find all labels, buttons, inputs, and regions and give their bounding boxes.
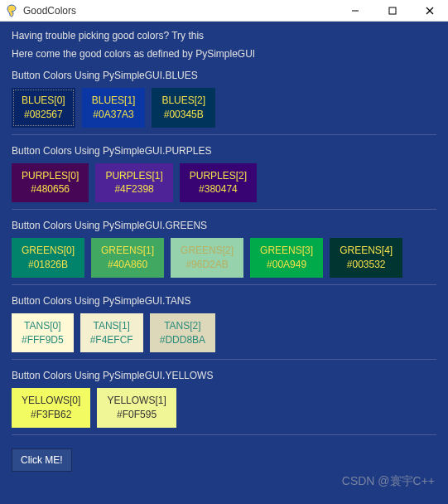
color-button[interactable]: GREENS[2]#96D2AB (171, 238, 243, 278)
window-title: GoodColors (23, 5, 76, 17)
content-area: Having trouble picking good colors? Try … (0, 22, 448, 504)
row-greens: GREENS[0]#01826BGREENS[1]#40A860GREENS[2… (12, 238, 436, 278)
color-button[interactable]: TANS[2]#DDD8BA (150, 313, 215, 353)
color-button[interactable]: PURPLES[0]#480656 (12, 163, 89, 203)
color-button[interactable]: PURPLES[2]#380474 (180, 163, 257, 203)
color-button[interactable]: GREENS[0]#01826B (12, 238, 84, 278)
intro-line-1: Having trouble picking good colors? Try … (12, 30, 436, 41)
window-controls (336, 0, 448, 21)
app-icon (5, 4, 18, 17)
section-label-blues: Button Colors Using PySimpleGUI.BLUES (12, 70, 436, 81)
color-button[interactable]: BLUES[2]#00345B (152, 88, 215, 128)
titlebar: GoodColors (0, 0, 448, 22)
section-label-tans: Button Colors Using PySimpleGUI.TANS (12, 295, 436, 307)
color-button[interactable]: GREENS[4]#003532 (330, 238, 402, 278)
row-purples: PURPLES[0]#480656PURPLES[1]#4F2398PURPLE… (12, 163, 436, 203)
divider (12, 434, 436, 435)
row-yellows: YELLOWS[0]#F3FB62YELLOWS[1]#F0F595 (12, 388, 436, 428)
click-me-button[interactable]: Click ME! (12, 448, 72, 472)
divider (12, 209, 436, 210)
color-button[interactable]: BLUES[1]#0A37A3 (82, 88, 146, 128)
color-button[interactable]: TANS[0]#FFF9D5 (12, 313, 74, 353)
color-button[interactable]: YELLOWS[1]#F0F595 (97, 388, 176, 428)
section-label-greens: Button Colors Using PySimpleGUI.GREENS (12, 220, 436, 231)
color-button[interactable]: GREENS[1]#40A860 (91, 238, 164, 278)
section-label-purples: Button Colors Using PySimpleGUI.PURPLES (12, 145, 436, 157)
row-tans: TANS[0]#FFF9D5TANS[1]#F4EFCFTANS[2]#DDD8… (12, 313, 436, 353)
divider (12, 284, 436, 285)
color-button[interactable]: PURPLES[1]#4F2398 (95, 163, 172, 203)
row-blues: BLUES[0]#082567BLUES[1]#0A37A3BLUES[2]#0… (12, 88, 436, 128)
divider (12, 134, 436, 135)
color-button[interactable]: TANS[1]#F4EFCF (80, 313, 143, 353)
minimize-button[interactable] (336, 0, 373, 21)
maximize-button[interactable] (373, 0, 411, 21)
intro-line-2: Here come the good colors as defined by … (12, 48, 436, 60)
svg-rect-1 (389, 7, 396, 14)
color-button[interactable]: YELLOWS[0]#F3FB62 (12, 388, 90, 428)
close-button[interactable] (411, 0, 448, 21)
divider (12, 359, 436, 360)
color-button[interactable]: BLUES[0]#082567 (12, 88, 75, 128)
color-button[interactable]: GREENS[3]#00A949 (250, 238, 323, 278)
section-label-yellows: Button Colors Using PySimpleGUI.YELLOWS (12, 370, 436, 381)
